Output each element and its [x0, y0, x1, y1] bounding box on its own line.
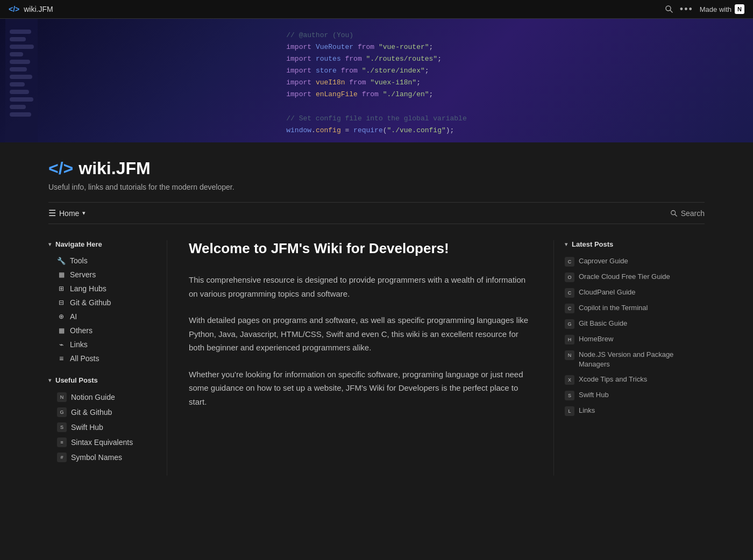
copilot-label: Copilot in the Terminal	[579, 303, 705, 313]
right-sidebar-item-swift-hub[interactable]: S Swift Hub	[565, 387, 705, 403]
sidebar-item-notion-guide[interactable]: N Notion Guide	[48, 390, 156, 405]
right-sidebar-item-links[interactable]: L Links	[565, 403, 705, 419]
navigate-collapse-icon: ▾	[48, 241, 51, 247]
git-icon: ⊟	[57, 299, 66, 306]
search-nav-icon	[670, 210, 678, 217]
sidebar-item-ai-label: AI	[70, 312, 77, 321]
useful-posts-collapse-icon: ▾	[48, 377, 51, 383]
nodejs-label: Node.JS Version and Package Managers	[579, 350, 705, 369]
sidebar-item-all-posts[interactable]: ≡ All Posts	[48, 351, 156, 365]
swift-hub-label: Swift Hub	[579, 390, 705, 400]
latest-posts-label: Latest Posts	[572, 240, 613, 248]
site-header: </> wiki.JFM Useful info, links and tuto…	[48, 142, 705, 202]
latest-posts-collapse-icon: ▾	[565, 241, 567, 247]
made-with-label: Made with N	[700, 4, 744, 14]
sidebar-item-git-github[interactable]: ⊟ Git & Github	[48, 296, 156, 310]
xcode-post-icon: X	[565, 375, 574, 385]
oracle-post-icon: O	[565, 272, 574, 282]
sidebar-item-git-github-label: Git & Github	[70, 298, 111, 307]
site-title-block: </> wiki.JFM	[48, 159, 705, 178]
topbar-title: wiki.JFM	[24, 5, 53, 13]
sidebar-item-servers[interactable]: ▦ Servers	[48, 268, 156, 282]
caprover-label: Caprover Guide	[579, 256, 705, 266]
sidebar-item-links-label: Links	[70, 340, 88, 349]
sidebar-item-symbol-names[interactable]: # Symbol Names	[48, 450, 156, 465]
hero-code-block: // @author (You) import VueRouter from "…	[286, 30, 466, 142]
sidebar-item-all-posts-label: All Posts	[70, 354, 99, 363]
right-sidebar-item-oracle[interactable]: O Oracle Cloud Free Tier Guide	[565, 269, 705, 285]
xcode-label: Xcode Tips and Tricks	[579, 375, 705, 384]
search-nav-item[interactable]: Search	[670, 209, 705, 218]
notion-logo-icon: N	[735, 4, 744, 14]
swift-post-icon: S	[57, 422, 67, 432]
navigate-section-header[interactable]: ▾ Navigate Here	[48, 240, 156, 248]
swift-hub-post-icon: S	[565, 391, 574, 400]
right-sidebar-item-xcode[interactable]: X Xcode Tips and Tricks	[565, 372, 705, 387]
sidebar-item-ai[interactable]: ⊕ AI	[48, 310, 156, 324]
home-nav-item[interactable]: ☰ Home ▾	[48, 208, 86, 218]
sidebar-item-git-github-post-label: Git & Github	[71, 408, 112, 417]
sidebar-item-swift-hub-post-label: Swift Hub	[71, 423, 103, 432]
sidebar-item-git-github-post[interactable]: G Git & Github	[48, 405, 156, 420]
sidebar-item-syntax-equivalents[interactable]: ≡ Sintax Equivalents	[48, 435, 156, 450]
latest-posts-header[interactable]: ▾ Latest Posts	[565, 240, 705, 248]
content-grid: ▾ Navigate Here 🔧 Tools ▦ Servers ⊞ Lang…	[48, 240, 705, 476]
right-sidebar-item-homebrew[interactable]: H HomeBrew	[565, 332, 705, 347]
useful-posts-label: Useful Posts	[55, 376, 98, 384]
topbar-site-name: </> wiki.JFM	[9, 5, 53, 13]
notion-post-icon: N	[57, 392, 67, 402]
useful-posts-header[interactable]: ▾ Useful Posts	[48, 376, 156, 384]
search-icon[interactable]	[665, 5, 673, 13]
home-label: Home	[59, 209, 79, 218]
latest-posts-section: ▾ Latest Posts C Caprover Guide O Oracle…	[565, 240, 705, 419]
hero-banner: // @author (You) import VueRouter from "…	[0, 19, 753, 142]
sidebar-item-tools-label: Tools	[70, 256, 88, 265]
git-basic-label: Git Basic Guide	[579, 319, 705, 328]
homebrew-label: HomeBrew	[579, 334, 705, 344]
sidebar-item-tools[interactable]: 🔧 Tools	[48, 254, 156, 268]
main-content: Welcome to JFM's Wiki for Developers! Th…	[167, 240, 554, 476]
caprover-post-icon: C	[565, 257, 574, 267]
topbar-right: ••• Made with N	[665, 4, 744, 15]
all-posts-icon: ≡	[57, 354, 66, 363]
main-paragraph-3: Whether you're looking for information o…	[189, 368, 532, 409]
sidebar-item-others[interactable]: ▦ Others	[48, 324, 156, 338]
right-sidebar: ▾ Latest Posts C Caprover Guide O Oracle…	[554, 240, 705, 476]
copilot-post-icon: C	[565, 304, 574, 313]
navigate-section-label: Navigate Here	[55, 240, 102, 248]
right-sidebar-item-caprover[interactable]: C Caprover Guide	[565, 254, 705, 269]
oracle-label: Oracle Cloud Free Tier Guide	[579, 272, 705, 282]
sidebar-item-swift-hub-post[interactable]: S Swift Hub	[48, 420, 156, 435]
home-chevron-icon: ▾	[82, 210, 86, 217]
search-label: Search	[681, 209, 705, 218]
right-sidebar-item-git-basic[interactable]: G Git Basic Guide	[565, 316, 705, 332]
useful-posts-section: ▾ Useful Posts N Notion Guide G Git & Gi…	[48, 376, 156, 465]
main-paragraph-2: With detailed pages on programs and soft…	[189, 313, 532, 355]
wrench-icon: 🔧	[57, 257, 66, 265]
link-icon: ⌁	[57, 340, 66, 349]
sidebar-item-links[interactable]: ⌁ Links	[48, 338, 156, 351]
site-subtitle: Useful info, links and tutorials for the…	[48, 183, 705, 191]
right-sidebar-item-cloudpanel[interactable]: C CloudPanel Guide	[565, 285, 705, 300]
git-basic-post-icon: G	[565, 319, 574, 329]
right-sidebar-item-copilot[interactable]: C Copilot in the Terminal	[565, 300, 705, 316]
lang-icon: ⊞	[57, 285, 66, 292]
main-wrapper: </> wiki.JFM Useful info, links and tuto…	[0, 142, 753, 476]
sidebar-item-servers-label: Servers	[70, 270, 96, 279]
symbol-post-icon: #	[57, 453, 67, 462]
syntax-post-icon: ≡	[57, 437, 67, 447]
server-icon: ▦	[57, 271, 66, 278]
cloudpanel-post-icon: C	[565, 288, 574, 298]
more-icon[interactable]: •••	[680, 4, 693, 15]
git-post-icon: G	[57, 407, 67, 417]
links-label: Links	[579, 406, 705, 415]
cloudpanel-label: CloudPanel Guide	[579, 288, 705, 297]
site-title-icon: </>	[48, 159, 73, 178]
others-icon: ▦	[57, 327, 66, 334]
sidebar-item-notion-guide-label: Notion Guide	[71, 393, 115, 401]
sidebar-item-lang-hubs[interactable]: ⊞ Lang Hubs	[48, 282, 156, 296]
links-post-icon: L	[565, 406, 574, 416]
right-sidebar-item-nodejs[interactable]: N Node.JS Version and Package Managers	[565, 347, 705, 372]
left-sidebar: ▾ Navigate Here 🔧 Tools ▦ Servers ⊞ Lang…	[48, 240, 167, 476]
site-title-text: wiki.JFM	[79, 159, 150, 178]
